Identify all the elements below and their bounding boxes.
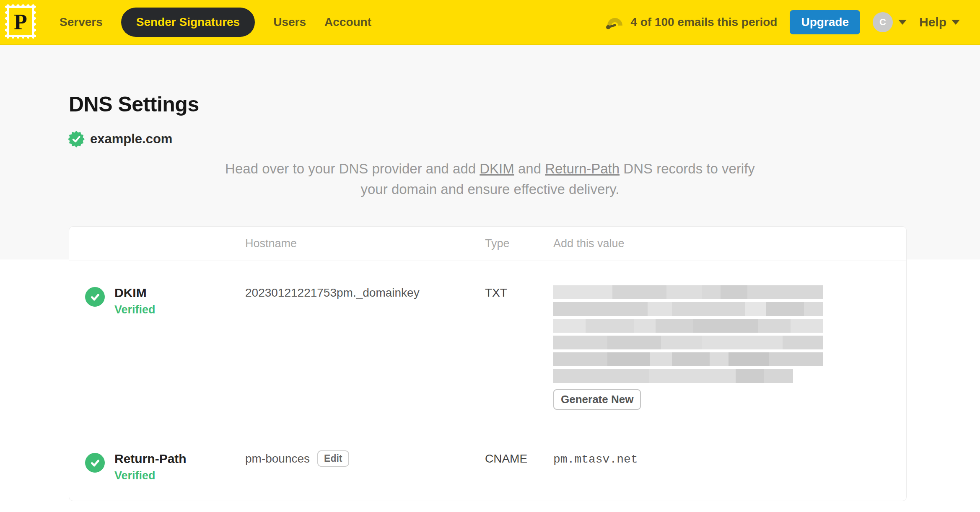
col-header-hostname: Hostname [245,237,485,250]
record-value-redacted: Generate New [553,285,906,410]
dkim-link[interactable]: DKIM [480,161,514,176]
redacted-value-line [553,285,823,299]
redacted-value-line [553,319,823,333]
verified-check-icon [85,287,105,307]
record-name: Return-Path [114,451,187,466]
chevron-down-icon [951,20,960,25]
nav-item-sender-signatures[interactable]: Sender Signatures [121,8,255,37]
nav-right-cluster: 4 of 100 emails this period Upgrade C He… [605,10,960,34]
redacted-value-line [553,369,793,383]
redacted-value-line [553,352,823,366]
record-type: CNAME [485,451,553,482]
record-hostname: pm-bounces [245,452,310,465]
domain-name: example.com [90,132,172,147]
generate-new-button[interactable]: Generate New [553,389,641,410]
stamp-logo-icon: P [5,4,36,39]
dns-records-card: Hostname Type Add this value DKIM Verifi… [69,226,907,501]
chevron-down-icon [898,20,907,25]
nav-item-account[interactable]: Account [324,16,371,29]
record-status-badge: Verified [114,303,156,316]
instructions-prefix: Head over to your DNS provider and add [225,161,480,176]
col-header-value: Add this value [553,237,906,250]
usage-indicator: 4 of 100 emails this period [605,15,777,30]
nav-item-servers[interactable]: Servers [60,16,103,29]
edit-button[interactable]: Edit [317,450,349,467]
nav-item-users[interactable]: Users [273,16,306,29]
help-label: Help [919,15,946,29]
table-header-row: Hostname Type Add this value [69,227,906,261]
postmark-logo[interactable]: P [5,4,36,41]
verified-domain: example.com [68,131,980,147]
record-hostname: 20230121221753pm._domainkey [245,285,485,410]
instructions-text: Head over to your DNS provider and add D… [222,158,758,199]
record-name: DKIM [114,285,156,300]
instructions-and: and [514,161,545,176]
page-title: DNS Settings [69,92,980,116]
avatar[interactable]: C [873,12,893,32]
gauge-icon [605,15,625,30]
table-row-return-path: Return-Path Verified pm-bounces Edit CNA… [69,430,906,501]
main-content: DNS Settings example.com Head over to yo… [0,92,980,501]
redacted-value-line [553,336,823,349]
redacted-value-line [553,302,823,316]
return-path-link[interactable]: Return-Path [545,161,620,176]
usage-text: 4 of 100 emails this period [630,16,777,29]
record-status-badge: Verified [114,469,187,482]
upgrade-button[interactable]: Upgrade [790,10,860,34]
verified-check-icon [85,453,105,473]
record-value: pm.mtasv.net [553,451,889,466]
account-menu[interactable]: C [873,12,907,32]
col-header-type: Type [485,237,553,250]
top-nav: P Servers Sender Signatures Users Accoun… [0,0,980,45]
primary-nav: Servers Sender Signatures Users Account [60,8,371,37]
help-menu[interactable]: Help [919,15,960,29]
verified-seal-icon [68,131,85,147]
record-type: TXT [485,285,553,410]
svg-text:P: P [14,10,27,34]
table-row-dkim: DKIM Verified 20230121221753pm._domainke… [69,261,906,430]
